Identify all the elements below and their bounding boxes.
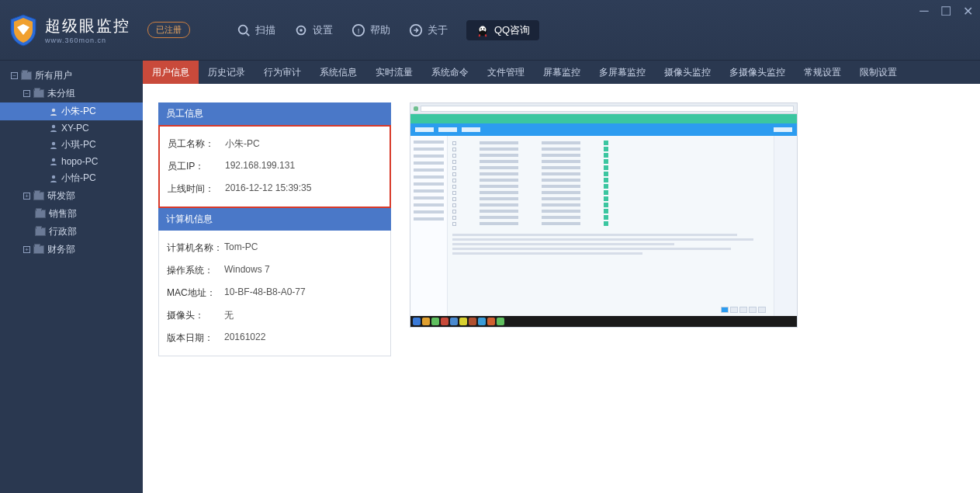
tab-screen-monitor[interactable]: 屏幕监控	[534, 61, 590, 84]
user-icon	[49, 123, 58, 133]
collapse-icon[interactable]: −	[11, 72, 18, 79]
minimize-button[interactable]: ─	[918, 5, 930, 17]
about-button[interactable]: 关于	[409, 23, 448, 37]
tree-dept-label: 财务部	[47, 243, 75, 256]
svg-point-11	[483, 28, 485, 30]
computer-ver-row: 版本日期： 20161022	[159, 327, 390, 349]
tab-system-info[interactable]: 系统信息	[310, 61, 366, 84]
employee-online-row: 上线时间： 2016-12-12 15:39:35	[160, 178, 390, 200]
info-panel: 员工信息 员工名称： 小朱-PC 员工IP： 192.168.199.131 上…	[158, 102, 391, 356]
tree-user-3[interactable]: hopo-PC	[0, 154, 143, 169]
svg-point-15	[52, 158, 55, 161]
user-icon	[49, 174, 58, 183]
tab-user-info[interactable]: 用户信息	[143, 61, 199, 84]
tree-dept-1[interactable]: 销售部	[0, 205, 143, 223]
tabbar: 用户信息 历史记录 行为审计 系统信息 实时流量 系统命令 文件管理 屏幕监控 …	[143, 61, 980, 84]
tab-file-manage[interactable]: 文件管理	[478, 61, 534, 84]
svg-point-14	[52, 141, 55, 144]
employee-ip-row: 员工IP： 192.168.199.131	[160, 155, 390, 178]
employee-online-label: 上线时间：	[168, 182, 225, 196]
user-icon	[49, 157, 58, 166]
help-icon: !	[351, 23, 365, 37]
computer-mac-label: MAC地址：	[167, 286, 224, 300]
scan-icon	[237, 23, 251, 37]
tree-root-label: 所有用户	[35, 69, 72, 82]
settings-button[interactable]: 设置	[294, 23, 333, 37]
tree-dept-0[interactable]: + 研发部	[0, 187, 143, 205]
tab-history[interactable]: 历史记录	[199, 61, 255, 84]
tree-user-1[interactable]: XY-PC	[0, 120, 143, 136]
folder-icon	[35, 227, 46, 236]
computer-info-header: 计算机信息	[158, 208, 391, 231]
logo-area: 超级眼监控 www.360mon.cn	[8, 13, 140, 47]
svg-point-13	[52, 125, 55, 128]
tree-user-0[interactable]: 小朱-PC	[0, 102, 143, 120]
user-icon	[49, 141, 58, 150]
employee-name-row: 员工名称： 小朱-PC	[160, 133, 390, 155]
tree-user-2[interactable]: 小琪-PC	[0, 136, 143, 154]
watermark: UEBUG .com	[893, 461, 975, 490]
tab-restrict-settings[interactable]: 限制设置	[850, 61, 906, 84]
tree-ungrouped[interactable]: − 未分组	[0, 85, 143, 102]
content-area: 用户信息 历史记录 行为审计 系统信息 实时流量 系统命令 文件管理 屏幕监控 …	[143, 61, 980, 493]
svg-point-10	[480, 28, 482, 30]
tree-dept-label: 行政部	[49, 225, 77, 238]
qq-button[interactable]: QQ咨询	[466, 20, 539, 40]
tree-root[interactable]: − 所有用户	[0, 67, 143, 85]
folder-icon	[33, 89, 44, 98]
svg-point-9	[480, 30, 485, 34]
computer-os-row: 操作系统： Windows 7	[159, 259, 390, 282]
computer-os-value: Windows 7	[224, 264, 270, 277]
tree-user-label: 小琪-PC	[61, 138, 96, 151]
top-buttons: 扫描 设置 ! 帮助 关于 QQ咨询	[237, 20, 539, 40]
about-label: 关于	[428, 23, 448, 37]
qq-label: QQ咨询	[494, 23, 530, 37]
tab-general-settings[interactable]: 常规设置	[795, 61, 850, 84]
close-button[interactable]: ✕	[961, 5, 974, 17]
tree-dept-2[interactable]: 行政部	[0, 223, 143, 241]
tree-user-label: 小怡-PC	[61, 172, 96, 185]
tree-user-4[interactable]: 小怡-PC	[0, 169, 143, 187]
svg-point-12	[52, 108, 55, 111]
tab-behavior-audit[interactable]: 行为审计	[255, 61, 310, 84]
employee-name-label: 员工名称：	[168, 137, 225, 151]
tab-multi-camera[interactable]: 多摄像头监控	[720, 61, 795, 84]
computer-ver-label: 版本日期：	[167, 332, 224, 345]
maximize-button[interactable]: ☐	[940, 5, 952, 17]
employee-info-header: 员工信息	[158, 102, 391, 125]
computer-cam-label: 摄像头：	[167, 309, 224, 322]
tree-dept-3[interactable]: + 财务部	[0, 241, 143, 259]
employee-online-value: 2016-12-12 15:39:35	[225, 182, 311, 196]
computer-ver-value: 20161022	[224, 332, 265, 345]
tab-realtime-traffic[interactable]: 实时流量	[366, 61, 422, 84]
collapse-icon[interactable]: −	[23, 90, 30, 97]
folder-icon	[21, 71, 32, 80]
computer-name-label: 计算机名称：	[167, 241, 224, 255]
tab-camera-monitor[interactable]: 摄像头监控	[655, 61, 720, 84]
folder-icon	[33, 245, 44, 254]
help-button[interactable]: ! 帮助	[351, 23, 390, 37]
qq-icon	[476, 23, 490, 37]
sidebar-tree: − 所有用户 − 未分组 小朱-PC XY-PC 小琪-PC hopo-PC	[0, 61, 143, 493]
svg-text:!: !	[358, 26, 360, 34]
svg-point-3	[300, 29, 303, 32]
tab-system-command[interactable]: 系统命令	[422, 61, 478, 84]
computer-os-label: 操作系统：	[167, 264, 224, 277]
screenshot-thumbnail[interactable]	[410, 102, 798, 328]
tab-multi-screen[interactable]: 多屏幕监控	[590, 61, 655, 84]
titlebar: 超级眼监控 www.360mon.cn 已注册 扫描 设置 ! 帮助 关于 QQ…	[0, 0, 980, 61]
scan-button[interactable]: 扫描	[237, 23, 275, 37]
computer-cam-row: 摄像头： 无	[159, 304, 390, 327]
tree-dept-label: 销售部	[49, 207, 77, 220]
expand-icon[interactable]: +	[23, 246, 30, 253]
expand-icon[interactable]: +	[23, 193, 30, 200]
scan-label: 扫描	[255, 23, 275, 37]
tree-user-label: 小朱-PC	[61, 105, 96, 118]
employee-ip-value: 192.168.199.131	[225, 160, 295, 173]
computer-info-box: 计算机名称： Tom-PC 操作系统： Windows 7 MAC地址： 10-…	[158, 231, 391, 356]
svg-line-1	[247, 33, 250, 36]
employee-name-value: 小朱-PC	[225, 137, 260, 151]
computer-name-row: 计算机名称： Tom-PC	[159, 237, 390, 259]
gear-icon	[294, 23, 308, 37]
computer-mac-value: 10-BF-48-B8-A0-77	[224, 286, 306, 300]
